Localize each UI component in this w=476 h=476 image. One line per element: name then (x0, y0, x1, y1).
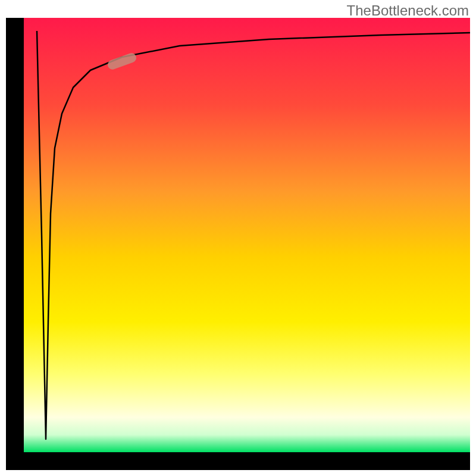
watermark-text: TheBottleneck.com (347, 2, 469, 19)
x-axis-border (6, 452, 470, 470)
y-axis-border (6, 18, 24, 455)
chart-svg (0, 0, 476, 476)
plot-background (24, 18, 470, 452)
chart-container: TheBottleneck.com (0, 0, 476, 476)
